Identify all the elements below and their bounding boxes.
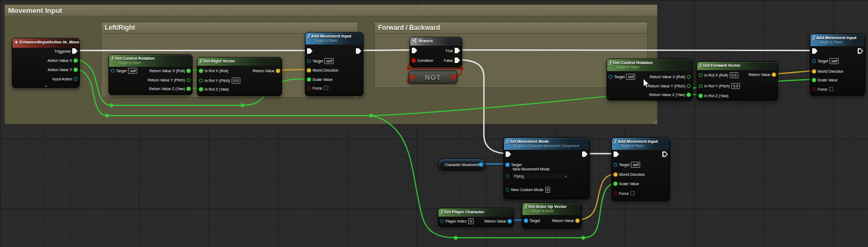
- blueprint-graph-canvas[interactable]: Movement InputLeft/RightForward / Backwa…: [0, 0, 868, 247]
- mouse-cursor: [0, 0, 868, 247]
